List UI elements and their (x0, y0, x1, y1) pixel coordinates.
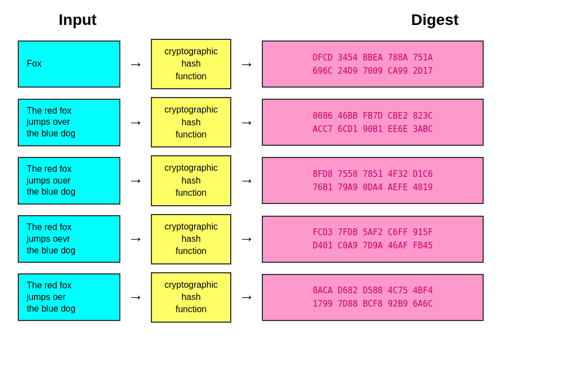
hash-row-2: The red fox jumps over the blue dog→cryp… (18, 97, 550, 147)
arrow-left-5: → (120, 288, 151, 306)
digest-box-3: 8FD8 7558 7851 4F32 D1C676B1 79A9 0DA4 A… (262, 157, 484, 204)
digest-box-1: DFCD 3454 BBEA 788A 751A696C 24D9 7009 C… (262, 40, 484, 88)
digest-box-4: FCD3 7FDB 5AF2 C6FF 915FD401 C0A9 7D9A 4… (262, 216, 484, 263)
arrow-left-1: → (120, 55, 151, 73)
input-box-1: Fox (18, 40, 120, 88)
input-box-2: The red fox jumps over the blue dog (18, 99, 120, 146)
arrow-right-5: → (231, 288, 262, 306)
input-box-5: The red fox jumps oer the blue dog (18, 273, 120, 321)
hash-row-4: The red fox jumps oevr the blue dog→cryp… (18, 214, 550, 264)
digest-box-5: 8ACA D682 D588 4C75 4BF41799 7D88 BCF8 9… (262, 274, 484, 321)
hash-function-box-2: cryptographic hash function (151, 97, 231, 147)
hash-row-1: Fox→cryptographic hash function→DFCD 345… (18, 39, 550, 89)
arrow-right-1: → (231, 55, 262, 73)
arrow-right-4: → (231, 230, 262, 248)
rows-container: Fox→cryptographic hash function→DFCD 345… (6, 39, 562, 323)
input-header: Input (22, 11, 133, 29)
input-box-3: The red fox jumps ouer the blue dog (18, 157, 120, 205)
hash-function-box-3: cryptographic hash function (151, 155, 231, 206)
hash-row-3: The red fox jumps ouer the blue dog→cryp… (18, 155, 550, 206)
arrow-left-3: → (120, 172, 151, 190)
arrow-left-2: → (120, 114, 151, 131)
arrow-right-3: → (231, 172, 262, 190)
arrow-right-2: → (231, 114, 262, 131)
hash-function-box-4: cryptographic hash function (151, 214, 231, 264)
input-box-4: The red fox jumps oevr the blue dog (18, 215, 120, 263)
hash-function-box-5: cryptographic hash function (151, 272, 231, 323)
digest-header: Digest (324, 11, 546, 29)
column-headers: Input Digest (6, 11, 562, 29)
arrow-left-4: → (120, 230, 151, 248)
hash-row-5: The red fox jumps oer the blue dog→crypt… (18, 272, 550, 323)
digest-box-2: 0086 46BB FB7D CBE2 823CACC7 6CD1 90B1 E… (262, 99, 484, 146)
hash-function-box-1: cryptographic hash function (151, 39, 231, 89)
